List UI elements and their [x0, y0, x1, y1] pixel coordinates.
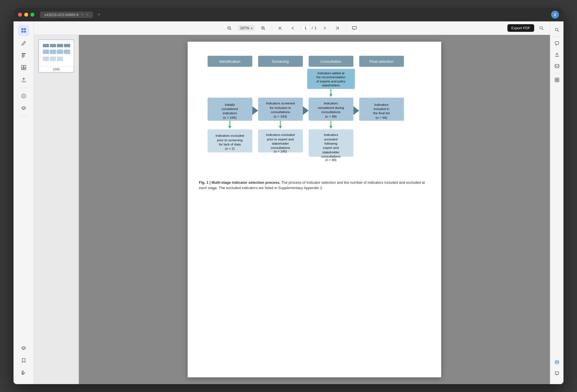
thumbnail-image	[40, 41, 74, 66]
right-panel	[550, 21, 563, 384]
pdf-view[interactable]: Identification Screening Consultation Fi…	[79, 35, 550, 384]
sidebar-export-icon[interactable]	[18, 74, 29, 86]
search-icon[interactable]	[538, 24, 545, 32]
svg-rect-17	[50, 44, 56, 47]
svg-rect-10	[21, 68, 23, 70]
svg-rect-91	[555, 42, 559, 44]
sidebar-edit-icon[interactable]	[18, 50, 29, 61]
right-grid-icon[interactable]	[552, 75, 562, 85]
sidebar-bookmark-icon[interactable]	[18, 355, 29, 366]
toolbar-divider-2	[346, 25, 346, 32]
sidebar-attach-icon[interactable]	[18, 367, 29, 378]
svg-text:indicators: indicators	[223, 111, 237, 115]
right-community-icon[interactable]	[552, 357, 562, 367]
traffic-lights	[18, 13, 34, 17]
svg-text:Indicators: Indicators	[324, 133, 338, 136]
toolbar: 187% ▾	[34, 21, 550, 35]
content-area: 187% ▾	[34, 21, 550, 384]
svg-rect-18	[57, 44, 63, 47]
sidebar-pages-icon[interactable]	[18, 25, 29, 36]
svg-text:included in: included in	[374, 107, 389, 111]
svg-text:consultations: consultations	[271, 146, 290, 149]
sidebar-stack-icon[interactable]	[18, 342, 29, 354]
svg-text:stakeholder: stakeholder	[272, 142, 289, 145]
svg-rect-26	[57, 57, 63, 61]
svg-rect-11	[24, 68, 26, 70]
svg-text:expert and: expert and	[323, 146, 339, 149]
svg-rect-3	[24, 31, 26, 33]
svg-rect-20	[43, 50, 49, 54]
svg-text:consultations: consultations	[321, 154, 341, 158]
last-page-button[interactable]	[333, 24, 341, 32]
right-search-icon[interactable]	[552, 25, 562, 35]
svg-rect-7	[22, 57, 24, 57]
svg-rect-21	[50, 50, 56, 54]
svg-marker-53	[303, 106, 309, 115]
active-tab[interactable]: s43016-023-00885-9 ✎ ✕	[40, 12, 93, 18]
svg-rect-24	[43, 57, 49, 61]
svg-point-12	[22, 94, 26, 98]
sidebar-layers-icon[interactable]	[18, 103, 29, 114]
zoom-in-button[interactable]	[259, 24, 267, 32]
right-share-icon[interactable]	[552, 50, 562, 60]
sidebar-organize-icon[interactable]	[18, 62, 29, 73]
svg-rect-23	[64, 50, 70, 54]
svg-text:Final selection: Final selection	[369, 59, 393, 64]
titlebar: s43016-023-00885-9 ✎ ✕ + Z	[14, 8, 563, 21]
tab-edit-icon[interactable]: ✎	[81, 13, 84, 17]
page-indicator: / 1	[301, 25, 317, 31]
svg-text:considered: considered	[222, 107, 238, 111]
svg-marker-68	[279, 126, 282, 129]
right-thumbsdown-icon[interactable]	[552, 39, 562, 49]
sidebar-enhance-icon[interactable]	[18, 90, 29, 102]
zoom-out-button[interactable]	[225, 24, 233, 32]
main-layout: 187% ▾	[14, 21, 563, 384]
right-bottom	[552, 357, 562, 381]
comment-button[interactable]	[350, 24, 358, 32]
minimize-button[interactable]	[24, 13, 28, 17]
tab-area: s43016-023-00885-9 ✎ ✕ +	[40, 11, 103, 19]
close-button[interactable]	[18, 13, 22, 17]
svg-text:Indicators excluded: Indicators excluded	[216, 134, 244, 137]
first-page-button[interactable]	[276, 24, 284, 32]
svg-text:consultations: consultations	[321, 110, 341, 114]
svg-rect-16	[43, 44, 49, 47]
sidebar-annotate-icon[interactable]	[18, 37, 29, 48]
svg-text:Indicators: Indicators	[374, 103, 389, 106]
export-pdf-button[interactable]: Export PDF	[507, 24, 534, 32]
thumbnail-page-1[interactable]: 1090	[38, 39, 74, 73]
svg-rect-9	[24, 65, 26, 68]
svg-text:of experts and policy: of experts and policy	[316, 80, 346, 83]
page-current-input[interactable]	[301, 25, 310, 31]
zoom-value-display[interactable]: 187% ▾	[238, 25, 255, 31]
svg-text:Initially: Initially	[225, 103, 235, 106]
viewer-area: 1090 Identification	[34, 35, 550, 384]
thumbnail-page-number: 1090	[40, 68, 72, 71]
prev-page-button[interactable]	[289, 24, 297, 32]
svg-text:Indicators: Indicators	[324, 101, 338, 105]
maximize-button[interactable]	[30, 13, 34, 17]
svg-text:consultations: consultations	[271, 110, 290, 114]
figure-caption: Fig. 1 | Multi-stage indicator selection…	[199, 180, 430, 191]
user-avatar[interactable]: Z	[551, 11, 559, 19]
right-mail-icon[interactable]	[552, 61, 562, 71]
svg-text:the recommendation: the recommendation	[316, 75, 345, 79]
svg-rect-25	[50, 57, 56, 61]
sidebar-divider-2	[19, 116, 28, 117]
new-tab-button[interactable]: +	[95, 11, 103, 19]
svg-text:(n = 2): (n = 2)	[225, 147, 235, 150]
svg-text:prior to expert and: prior to expert and	[267, 137, 294, 141]
app-window: s43016-023-00885-9 ✎ ✕ + Z	[14, 8, 563, 384]
svg-text:Consultation: Consultation	[320, 59, 341, 64]
svg-rect-22	[57, 50, 63, 54]
right-divider-1	[554, 37, 560, 37]
svg-rect-96	[557, 80, 559, 82]
flowchart: Identification Screening Consultation Fi…	[199, 53, 430, 174]
tab-close-button[interactable]: ✕	[86, 13, 88, 17]
pdf-page: Identification Screening Consultation Fi…	[188, 42, 441, 377]
next-page-button[interactable]	[321, 24, 329, 32]
sidebar-divider-1	[19, 88, 28, 88]
svg-text:prior to screening: prior to screening	[217, 138, 243, 142]
right-chat-icon[interactable]	[552, 368, 562, 378]
svg-rect-19	[64, 44, 70, 47]
